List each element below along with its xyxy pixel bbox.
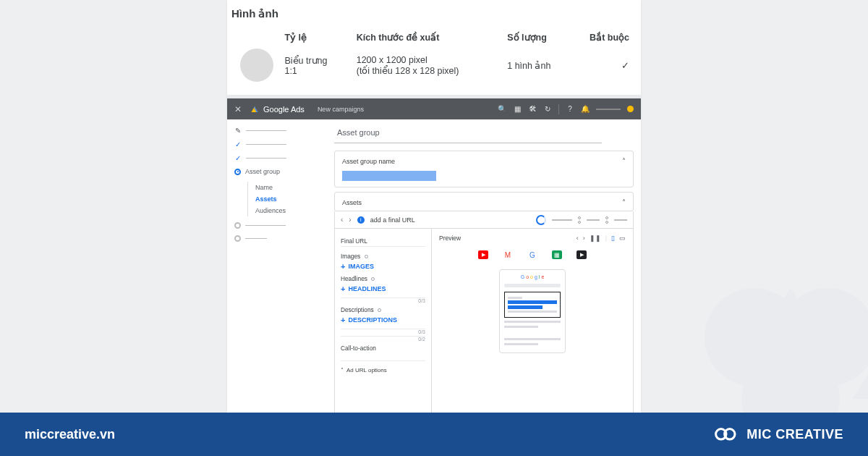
col-quantity: Số lượng	[507, 32, 586, 43]
status-dot-icon	[371, 277, 375, 281]
chevron-right-icon[interactable]: ›	[349, 216, 351, 224]
desktop-view-icon[interactable]: ▭	[619, 235, 626, 242]
ads-brand-label: Google Ads	[263, 105, 305, 114]
dots-icon	[605, 216, 608, 224]
google-icon[interactable]: G	[527, 250, 537, 259]
ads-topbar-tools: 🔍 ▦ 🛠 ↻ ? 🔔	[498, 104, 634, 114]
gmail-icon[interactable]: M	[503, 250, 513, 259]
assets-info-banner: ‹ › i add a final URL	[334, 211, 634, 229]
placeholder-line	[587, 219, 600, 221]
required-check: ✓	[586, 60, 629, 71]
headlines-counter: 0/3	[341, 298, 425, 303]
assets-card-header[interactable]: Assets ˄	[334, 192, 634, 211]
discover-icon[interactable]: ▦	[552, 250, 562, 259]
chevron-left-icon[interactable]: ‹	[341, 216, 343, 224]
ratio-line2: 1:1	[284, 66, 356, 76]
reports-icon[interactable]: ▦	[513, 105, 522, 114]
google-ads-logo-icon	[250, 105, 259, 114]
preview-pause-icon[interactable]: ❚❚	[590, 235, 601, 242]
col-ratio: Tỷ lệ	[284, 32, 356, 43]
sidebar-asset-group-label: Asset group	[245, 168, 280, 175]
asset-group-name-card[interactable]: Asset group name ˄	[334, 151, 634, 187]
chevron-up-icon[interactable]: ˄	[622, 198, 626, 206]
tools-icon[interactable]: 🛠	[528, 105, 537, 114]
add-images-button[interactable]: + IMAGES	[341, 262, 425, 271]
refresh-icon[interactable]: ↻	[543, 105, 552, 114]
chevron-up-icon: ˄	[341, 367, 344, 373]
final-url-label: Final URL	[341, 237, 425, 245]
sidebar-step-2[interactable]: ✓	[234, 140, 326, 148]
col-required: Bắt buộc	[586, 32, 629, 43]
assets-label: Assets	[342, 199, 362, 206]
asset-group-name-label: Asset group name	[342, 158, 395, 165]
spinner-icon	[536, 215, 546, 225]
status-dot-icon	[365, 255, 368, 258]
display-icon[interactable]: ▶	[576, 250, 587, 259]
counter-2: 0/3	[341, 329, 425, 334]
ratio-line1: Biểu trưng	[284, 55, 356, 66]
sidebar-step-5[interactable]	[234, 222, 326, 229]
account-avatar-icon[interactable]	[627, 106, 634, 112]
youtube-icon[interactable]: ▶	[478, 250, 488, 259]
help-icon[interactable]: ?	[566, 105, 574, 114]
mobile-view-icon[interactable]: ▯	[611, 235, 615, 242]
rec-line1: 1200 x 1200 pixel	[357, 55, 508, 65]
table-header-row: Tỷ lệ Kích thước đề xuất Số lượng Bắt bu…	[229, 29, 629, 46]
mic-creative-logo-icon	[713, 426, 739, 442]
sidebar-step-3[interactable]: ✓	[234, 154, 326, 161]
info-icon: i	[357, 216, 365, 224]
assets-split-panel: Final URL Images + IMAGES Headlines	[334, 229, 634, 420]
radio-off-icon	[234, 235, 241, 242]
add-descriptions-button[interactable]: + DESCRIPTIONS	[341, 316, 425, 324]
dots-icon	[578, 216, 581, 224]
notifications-icon[interactable]: 🔔	[581, 105, 590, 114]
sidebar-item-assets[interactable]: Assets	[255, 193, 326, 205]
search-icon[interactable]: 🔍	[498, 105, 506, 114]
asset-group-name-input[interactable]	[342, 171, 436, 181]
image-requirements-section: Hình ảnh Tỷ lệ Kích thước đề xuất Số lượ…	[227, 0, 641, 88]
descriptions-label: Descriptions	[341, 306, 374, 313]
separator	[558, 104, 559, 114]
google-ads-screenshot: ✕ Google Ads New campaigns 🔍 ▦ 🛠 ↻ ? 🔔	[227, 98, 641, 427]
image-section-title: Hình ảnh	[231, 7, 629, 20]
col-recommended: Kích thước đề xuất	[357, 32, 508, 43]
ad-url-options-toggle[interactable]: ˄ Ad URL options	[341, 367, 425, 373]
headlines-label: Headlines	[341, 275, 367, 282]
plus-icon: +	[341, 262, 345, 271]
sidebar-step-asset-group[interactable]: Asset group	[234, 168, 326, 175]
table-row: Biểu trưng 1:1 1200 x 1200 pixel (tối th…	[229, 46, 629, 85]
chevron-up-icon[interactable]: ˄	[622, 157, 626, 165]
phone-search-bar	[504, 284, 561, 287]
footer-brand-label: MIC CREATIVE	[746, 427, 843, 442]
status-dot-icon	[378, 308, 381, 312]
add-headlines-button[interactable]: + HEADLINES	[341, 284, 425, 293]
radio-on-icon	[234, 169, 241, 175]
images-label: Images	[341, 253, 360, 260]
sidebar-item-name[interactable]: Name	[255, 182, 326, 193]
placeholder-line	[614, 219, 627, 221]
sidebar-item-audiences[interactable]: Audiences	[255, 205, 326, 216]
sidebar-step-6[interactable]	[234, 235, 326, 242]
banner-text: add a final URL	[370, 216, 415, 224]
pencil-icon: ✎	[234, 127, 242, 134]
preview-channel-icons: ▶ M G ▦ ▶	[439, 250, 626, 259]
asset-group-title: Asset group	[334, 125, 602, 143]
counter-3: 0/2	[341, 337, 425, 342]
assets-left-panel: Final URL Images + IMAGES Headlines	[335, 229, 432, 419]
preview-prev-icon[interactable]: ‹	[576, 235, 579, 242]
preview-label: Preview	[439, 235, 461, 242]
cta-label: Call-to-action	[341, 345, 425, 352]
check-icon: ✓	[234, 140, 242, 148]
plus-icon: +	[341, 284, 345, 293]
phone-ad-card	[504, 292, 561, 318]
ads-topbar: ✕ Google Ads New campaigns 🔍 ▦ 🛠 ↻ ? 🔔	[227, 98, 641, 119]
phone-google-logo: Google	[504, 274, 561, 279]
sidebar-step-1[interactable]: ✎	[234, 127, 326, 134]
preview-next-icon[interactable]: ›	[583, 235, 585, 242]
logo-placeholder-icon	[240, 48, 273, 82]
main-panel: Hình ảnh Tỷ lệ Kích thước đề xuất Số lượ…	[227, 0, 641, 412]
close-icon[interactable]: ✕	[234, 104, 242, 114]
image-requirements-table: Tỷ lệ Kích thước đề xuất Số lượng Bắt bu…	[229, 29, 629, 85]
quantity-value: 1 hình ảnh	[507, 60, 586, 71]
sidebar-sub-nav: Name Assets Audiences	[247, 182, 326, 216]
